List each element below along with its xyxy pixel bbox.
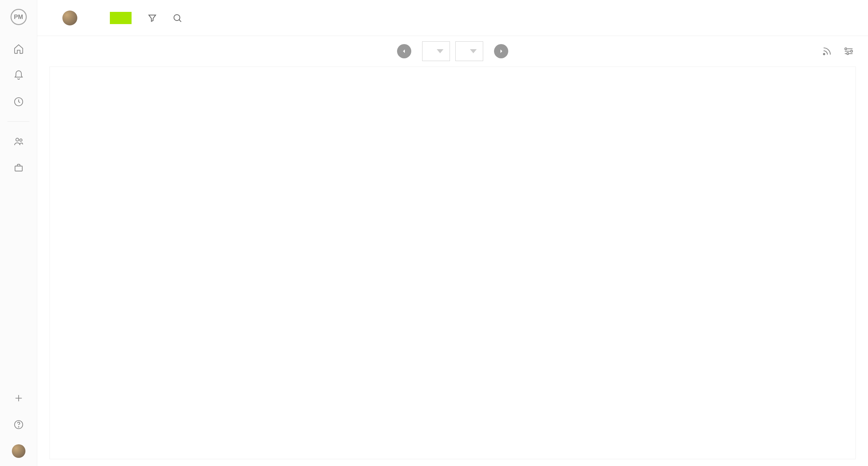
help-icon[interactable] — [12, 418, 25, 431]
calendar-grid — [50, 66, 856, 459]
svg-point-1 — [16, 138, 19, 141]
svg-point-9 — [851, 50, 853, 52]
home-icon[interactable] — [12, 42, 25, 56]
svg-point-7 — [823, 53, 825, 55]
svg-point-8 — [845, 48, 847, 50]
svg-point-6 — [174, 15, 180, 21]
project-owner-avatar[interactable] — [62, 11, 77, 25]
svg-point-10 — [847, 53, 849, 55]
svg-point-5 — [18, 427, 19, 427]
plus-icon[interactable] — [12, 391, 25, 405]
bell-icon[interactable] — [12, 69, 25, 82]
filter-icon[interactable] — [147, 13, 157, 23]
start-trial-button[interactable] — [110, 12, 132, 24]
search-icon[interactable] — [172, 13, 182, 23]
calendar-nav — [37, 36, 868, 66]
global-sidebar: PM — [0, 0, 37, 466]
app-logo[interactable]: PM — [11, 9, 27, 25]
prev-month-button[interactable] — [397, 44, 411, 58]
year-select[interactable] — [455, 41, 483, 61]
events-layer — [50, 67, 855, 459]
briefcase-icon[interactable] — [12, 161, 25, 175]
chevron-down-icon — [470, 49, 477, 53]
settings-icon[interactable] — [843, 45, 854, 57]
next-month-button[interactable] — [494, 44, 508, 58]
topbar — [37, 0, 868, 36]
user-avatar[interactable] — [12, 444, 25, 458]
clock-icon[interactable] — [12, 95, 25, 109]
chevron-down-icon — [437, 49, 443, 53]
svg-point-2 — [20, 139, 22, 141]
people-icon[interactable] — [12, 135, 25, 148]
feed-icon[interactable] — [821, 45, 833, 57]
svg-rect-3 — [15, 166, 22, 171]
month-select[interactable] — [422, 41, 450, 61]
sidebar-divider — [7, 121, 29, 122]
